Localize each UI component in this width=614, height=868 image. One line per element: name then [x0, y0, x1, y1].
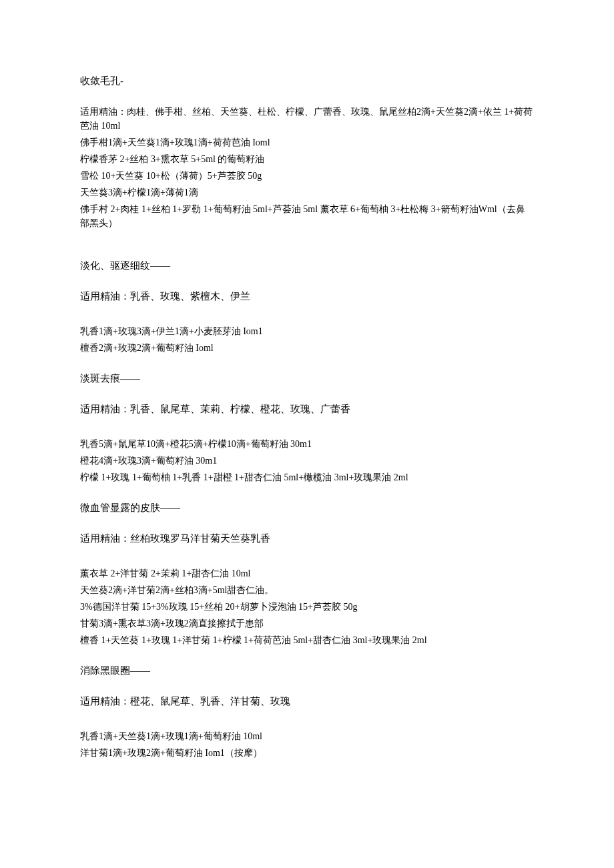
section-title: 微血管显露的皮肤—— — [80, 500, 534, 516]
recipe-line: 甘菊3滴+熏衣草3滴+玫瑰2滴直接擦拭于患部 — [80, 616, 534, 630]
recipe-line: 天竺葵3滴+柠檬1滴+薄荷1滴 — [80, 185, 534, 199]
recipe-line: 橙花4滴+玫瑰3滴+葡萄籽油 30m1 — [80, 454, 534, 468]
spacer — [80, 487, 534, 500]
section-title: 淡化、驱逐细纹—— — [80, 258, 534, 274]
recipe-line: 柠檬 1+玫瑰 1+葡萄柚 1+乳香 1+甜橙 1+甜杏仁油 5ml+橄榄油 3… — [80, 470, 534, 484]
recipe-line: 乳香5滴+鼠尾草10滴+橙花5滴+柠檬10滴+葡萄籽油 30m1 — [80, 437, 534, 451]
section-intro: 适用精油：乳香、鼠尾草、茉莉、柠檬、橙花、玫瑰、广蕾香 — [80, 402, 534, 417]
section-title: 消除黑眼圈—— — [80, 663, 534, 679]
recipe-line: 洋甘菊1滴+玫瑰2滴+葡萄籽油 Iom1（按摩） — [80, 746, 534, 760]
section-intro: 适用精油：橙花、鼠尾草、乳香、洋甘菊、玫瑰 — [80, 694, 534, 709]
recipe-line: 柠檬香茅 2+丝柏 3+熏衣草 5+5ml 的葡萄籽油 — [80, 152, 534, 166]
recipe-line: 3%德国洋甘菊 15+3%玫瑰 15+丝柏 20+胡萝卜浸泡油 15+芦荟胶 5… — [80, 600, 534, 614]
recipe-line: 佛手村 2+肉桂 1+丝柏 1+罗勒 1+葡萄籽油 5ml+芦荟油 5ml 薰衣… — [80, 202, 534, 230]
spacer — [80, 311, 534, 324]
section-intro: 适用精油：乳香、玫瑰、紫檀木、伊兰 — [80, 289, 534, 304]
document-page: 收敛毛孔- 适用精油：肉桂、佛手柑、丝柏、天竺葵、杜松、柠檬、广蕾香、玫瑰、鼠尾… — [0, 0, 614, 803]
spacer — [80, 650, 534, 663]
recipe-line: 薰衣草 2+洋甘菊 2+茉莉 1+甜杏仁油 10ml — [80, 566, 534, 580]
spacer — [80, 716, 534, 729]
section-title: 收敛毛孔- — [80, 73, 534, 89]
recipe-line: 天竺葵2滴+洋甘菊2滴+丝柏3滴+5ml甜杏仁油。 — [80, 583, 534, 597]
spacer — [80, 553, 534, 566]
recipe-line: 檀香 1+天竺葵 1+玫瑰 1+洋甘菊 1+柠檬 1+荷荷芭油 5ml+甜杏仁油… — [80, 633, 534, 647]
section-intro: 适用精油：丝柏玫瑰罗马洋甘菊天竺葵乳香 — [80, 531, 534, 546]
recipe-line: 乳香1滴+玫瑰3滴+伊兰1滴+小麦胚芽油 Iom1 — [80, 324, 534, 338]
spacer — [80, 358, 534, 371]
section-intro: 适用精油：肉桂、佛手柑、丝柏、天竺葵、杜松、柠檬、广蕾香、玫瑰、鼠尾丝柏2滴+天… — [80, 105, 534, 133]
section-title: 淡斑去痕—— — [80, 371, 534, 386]
recipe-line: 檀香2滴+玫瑰2滴+葡萄籽油 Ioml — [80, 341, 534, 355]
recipe-line: 佛手柑1滴+天竺葵1滴+玫瑰1滴+荷荷芭油 Ioml — [80, 135, 534, 149]
recipe-line: 雪松 10+天竺葵 10+松（薄荷）5+芦荟胶 50g — [80, 169, 534, 183]
recipe-line: 乳香1滴+天竺葵1滴+玫瑰1滴+葡萄籽油 10ml — [80, 729, 534, 743]
spacer — [80, 424, 534, 437]
spacer — [80, 233, 534, 258]
